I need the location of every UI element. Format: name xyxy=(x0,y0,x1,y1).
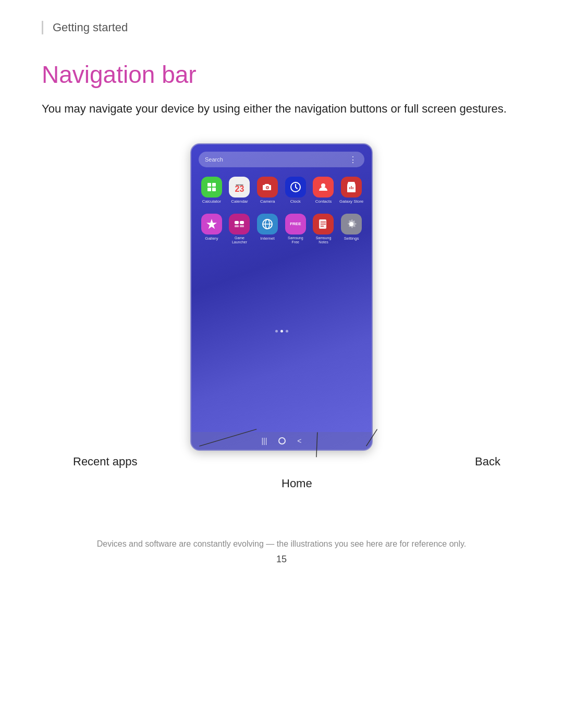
calculator-icon xyxy=(201,177,222,198)
settings-label: Settings xyxy=(344,236,359,241)
app-calendar[interactable]: ▬▬ 23 Calendar xyxy=(227,177,253,204)
svg-rect-2 xyxy=(207,188,211,191)
samsung-notes-icon xyxy=(313,214,334,235)
page-dot-3 xyxy=(286,330,288,332)
back-nav-btn[interactable]: < xyxy=(297,437,301,445)
samsung-free-label: SamsungFree xyxy=(288,236,303,245)
svg-rect-11 xyxy=(235,225,239,227)
app-samsung-free[interactable]: FREE SamsungFree xyxy=(283,214,309,245)
app-grid-row1: Calculator ▬▬ 23 Calendar xyxy=(191,172,372,208)
internet-icon xyxy=(257,214,278,235)
game-launcher-label: GameLauncher xyxy=(232,236,247,245)
device-navigation-bar: ||| < xyxy=(191,432,372,450)
settings-icon xyxy=(341,214,362,235)
samsung-notes-label: SamsungNotes xyxy=(316,236,332,245)
galaxy-store-label: Galaxy Store xyxy=(339,199,363,204)
svg-rect-1 xyxy=(212,183,216,187)
clock-icon xyxy=(285,177,306,198)
recent-apps-label: Recent apps xyxy=(73,455,138,468)
back-label: Back xyxy=(475,455,500,468)
page-dots xyxy=(191,330,372,332)
clock-label: Clock xyxy=(290,199,301,204)
app-samsung-notes[interactable]: SamsungNotes xyxy=(311,214,337,245)
page-title: Navigation bar xyxy=(42,60,521,89)
internet-label: Internet xyxy=(261,236,275,241)
recent-apps-nav-btn[interactable]: ||| xyxy=(261,437,267,445)
app-camera[interactable]: Camera xyxy=(254,177,280,204)
svg-point-5 xyxy=(266,187,268,189)
calendar-label: Calendar xyxy=(231,199,248,204)
contacts-label: Contacts xyxy=(315,199,332,204)
page-number: 15 xyxy=(42,554,521,565)
app-settings[interactable]: Settings xyxy=(338,214,364,245)
section-description: You may navigate your device by using ei… xyxy=(42,100,511,117)
app-calculator[interactable]: Calculator xyxy=(199,177,225,204)
app-internet[interactable]: Internet xyxy=(254,214,280,245)
calculator-label: Calculator xyxy=(202,199,221,204)
app-contacts[interactable]: Contacts xyxy=(311,177,337,204)
galaxy-store-icon xyxy=(341,177,362,198)
svg-point-7 xyxy=(321,183,325,188)
home-nav-btn[interactable] xyxy=(278,437,286,445)
camera-label: Camera xyxy=(260,199,275,204)
device-mockup: Search ⋮ Calculator xyxy=(190,143,373,451)
device-search-bar: Search ⋮ xyxy=(199,152,364,167)
svg-rect-0 xyxy=(207,183,211,187)
camera-icon xyxy=(257,177,278,198)
search-text: Search xyxy=(205,156,223,163)
calendar-icon: ▬▬ 23 xyxy=(229,177,250,198)
app-grid-row2: Gallery GameLauncher xyxy=(191,212,372,247)
gallery-icon xyxy=(201,214,222,235)
svg-rect-10 xyxy=(240,221,244,224)
page-dot-2 xyxy=(280,330,283,332)
diagram-container: Search ⋮ Calculator xyxy=(42,143,521,498)
game-launcher-icon xyxy=(229,214,250,235)
svg-rect-3 xyxy=(212,188,216,191)
samsung-free-icon: FREE xyxy=(285,214,306,235)
app-galaxy-store[interactable]: Galaxy Store xyxy=(338,177,364,204)
svg-rect-12 xyxy=(240,225,244,227)
app-game-launcher[interactable]: GameLauncher xyxy=(227,214,253,245)
home-label: Home xyxy=(282,477,312,490)
contacts-icon xyxy=(313,177,334,198)
gallery-label: Gallery xyxy=(205,236,218,241)
app-clock[interactable]: Clock xyxy=(283,177,309,204)
search-menu-icon: ⋮ xyxy=(349,155,358,165)
app-gallery[interactable]: Gallery xyxy=(199,214,225,245)
page-dot-1 xyxy=(275,330,278,332)
footer-note: Devices and software are constantly evol… xyxy=(42,539,521,549)
svg-rect-9 xyxy=(235,221,239,224)
breadcrumb: Getting started xyxy=(42,21,521,34)
